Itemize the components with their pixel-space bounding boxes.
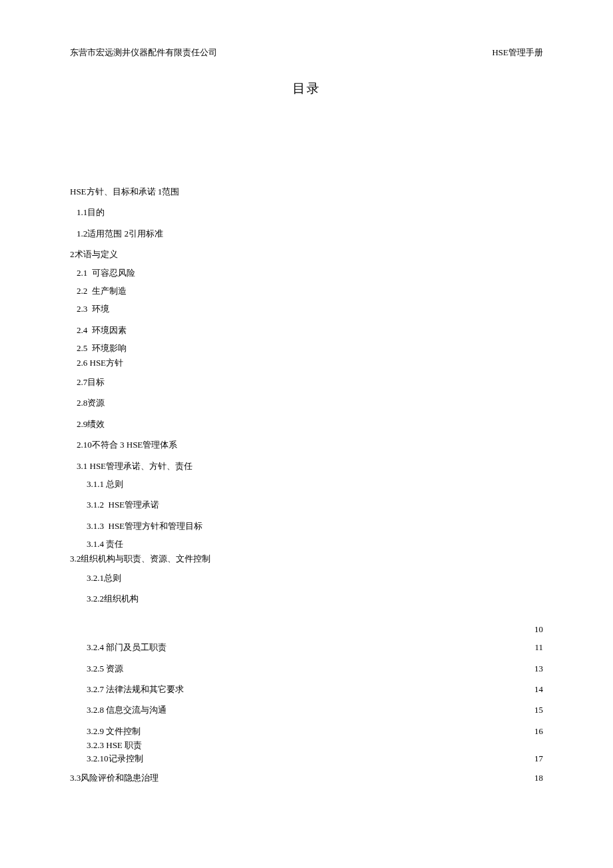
toc-entry: 3.2.5 资源 13: [70, 661, 543, 676]
toc-label: 3.2.2组织机构: [87, 591, 139, 606]
toc-entry: 3.2.9 文件控制 16: [70, 723, 543, 739]
toc-entry: 3.2.1总则: [70, 570, 543, 586]
toc-entry: 2.10不符合 3 HSE管理体系: [70, 437, 543, 452]
toc-entry: 2.6 HSE方针: [70, 356, 543, 370]
toc-label: 3.1.3 HSE管理方针和管理目标: [87, 518, 203, 534]
toc-entry: 3.2.2组织机构: [70, 591, 543, 606]
toc-entry: 2.3 环境: [70, 301, 543, 316]
toc-label: 2.3 环境: [77, 301, 109, 316]
toc-page-number: 13: [530, 661, 543, 676]
toc-page-number: 11: [530, 640, 543, 655]
toc-label: 2.6 HSE方针: [77, 356, 123, 370]
toc-entry: 3.2组织机构与职责、资源、文件控制: [70, 552, 543, 566]
toc-entry: 1.1目的: [70, 205, 543, 220]
toc-page-number: 15: [530, 702, 543, 717]
toc-entry: 3.2.4 部门及员工职责 11: [70, 640, 543, 655]
toc-entry: 1.2适用范围 2引用标准: [70, 226, 543, 241]
toc-label: 3.2.8 信息交流与沟通: [87, 702, 167, 717]
toc-entry: 2.5 环境影响: [70, 340, 543, 356]
toc-label: 3.2组织机构与职责、资源、文件控制: [70, 552, 211, 566]
toc-entry: 3.2.10记录控制 17: [70, 752, 543, 765]
toc-label: 3.1.4 责任: [87, 536, 123, 552]
toc-entry: 2.4 环境因素: [70, 322, 543, 338]
toc-label: 2.10不符合 3 HSE管理体系: [77, 437, 177, 452]
toc-entry: HSE方针、目标和承诺 1范围: [70, 184, 543, 199]
table-of-contents: HSE方针、目标和承诺 1范围 1.1目的 1.2适用范围 2引用标准 2术语与…: [70, 184, 543, 786]
toc-label: 3.2.10记录控制: [87, 752, 143, 765]
toc-entry: 2.9绩效: [70, 416, 543, 432]
toc-label: 1.2适用范围 2引用标准: [77, 226, 163, 241]
toc-entry: 3.1.3 HSE管理方针和管理目标: [70, 518, 543, 534]
toc-entry: 3.3风险评价和隐患治理 18: [70, 770, 543, 785]
toc-label: 3.2.5 资源: [87, 661, 123, 676]
toc-label: 2.4 环境因素: [77, 322, 127, 338]
page-title: 目录: [70, 80, 543, 97]
toc-label: 3.1 HSE管理承诺、方针、责任: [77, 458, 193, 474]
toc-label: 2.8资源: [77, 395, 105, 410]
toc-entry: 3.2.3 HSE 职责: [70, 739, 543, 752]
manual-name: HSE管理手册: [492, 47, 543, 59]
toc-entry: 2.7目标: [70, 374, 543, 390]
toc-page-number: 16: [530, 723, 543, 739]
toc-entry: 2.1 可容忍风险: [70, 265, 543, 280]
toc-page-number: 17: [530, 752, 543, 765]
toc-label: 1.1目的: [77, 205, 105, 220]
toc-label: 3.2.3 HSE 职责: [87, 739, 142, 752]
toc-entry: 3.1.4 责任: [70, 536, 543, 552]
toc-page-number: 18: [530, 770, 543, 785]
toc-entry: 3.1.1 总则: [70, 476, 543, 492]
toc-label: 3.1.2 HSE管理承诺: [87, 497, 159, 512]
toc-label: 2.2 生产制造: [77, 283, 127, 298]
company-name: 东营市宏远测井仪器配件有限责任公司: [70, 47, 217, 59]
toc-entry: 2术语与定义: [70, 246, 543, 262]
toc-entry: 3.1 HSE管理承诺、方针、责任: [70, 458, 543, 474]
toc-entry: 3.1.2 HSE管理承诺: [70, 497, 543, 512]
toc-label: 2.9绩效: [77, 416, 105, 432]
toc-label: 2.5 环境影响: [77, 340, 127, 356]
toc-label: HSE方针、目标和承诺 1范围: [70, 184, 179, 199]
toc-entry: 2.8资源: [70, 395, 543, 410]
toc-label: 3.2.4 部门及员工职责: [87, 640, 167, 655]
page-header: 东营市宏远测井仪器配件有限责任公司 HSE管理手册: [70, 47, 543, 59]
toc-label: 3.2.9 文件控制: [87, 723, 141, 739]
toc-label: 2.7目标: [77, 374, 105, 390]
toc-entry: 3.2.8 信息交流与沟通 15: [70, 702, 543, 717]
toc-label: 3.3风险评价和隐患治理: [70, 770, 159, 785]
document-page: 东营市宏远测井仪器配件有限责任公司 HSE管理手册 目录 HSE方针、目标和承诺…: [0, 0, 613, 786]
toc-entry: 2.2 生产制造: [70, 283, 543, 298]
toc-label: 2术语与定义: [70, 246, 118, 262]
toc-label: 3.2.1总则: [87, 570, 121, 586]
toc-entry: 10: [70, 622, 543, 637]
toc-page-number: 10: [530, 622, 543, 637]
toc-label: 3.1.1 总则: [87, 476, 123, 492]
toc-page-number: 14: [530, 681, 543, 697]
toc-entry: 3.2.7 法律法规和其它要求 14: [70, 681, 543, 697]
toc-label: 2.1 可容忍风险: [77, 265, 135, 280]
toc-label: 3.2.7 法律法规和其它要求: [87, 681, 184, 697]
